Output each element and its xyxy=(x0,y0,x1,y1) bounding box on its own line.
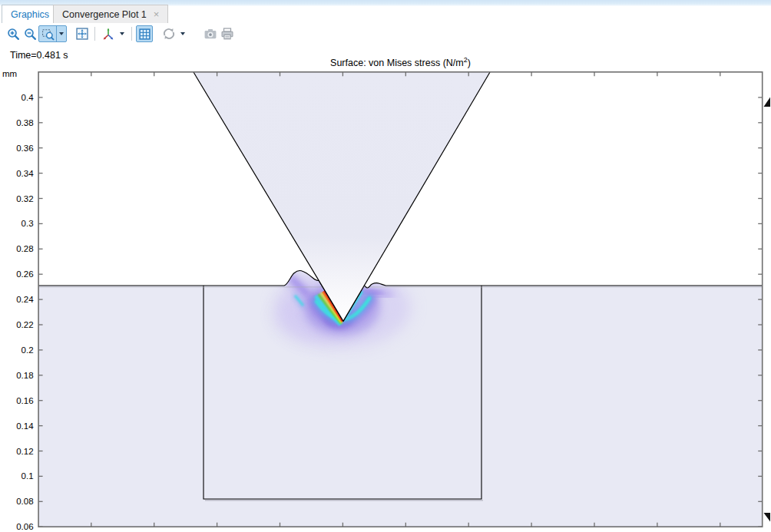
view-axes-icon xyxy=(101,27,115,41)
svg-text:0.24: 0.24 xyxy=(16,295,34,304)
svg-text:0.08: 0.08 xyxy=(16,497,33,506)
tab-convergence-plot-1-label: Convergence Plot 1 xyxy=(62,9,147,20)
zoom-extents-icon xyxy=(75,27,89,41)
svg-text:0.4: 0.4 xyxy=(22,93,35,102)
svg-text:0.1: 0.1 xyxy=(22,471,34,481)
toolbar-separator xyxy=(131,27,132,41)
colorbar-min-arrow xyxy=(764,513,771,522)
zoom-box-dropdown[interactable] xyxy=(56,26,66,41)
zoom-out-button[interactable] xyxy=(22,25,38,42)
tab-graphics[interactable]: Graphics xyxy=(2,5,58,23)
chevron-down-icon xyxy=(120,32,124,35)
zoom-in-icon xyxy=(7,28,20,41)
stress-surface-plot[interactable]: 0.40.380.360.340.320.30.280.260.240.220.… xyxy=(0,45,771,532)
zoom-box-button[interactable] xyxy=(39,26,56,41)
close-icon[interactable]: × xyxy=(154,9,160,19)
scene-refresh-button[interactable] xyxy=(160,26,177,41)
zoom-extents-button[interactable] xyxy=(74,25,91,42)
go-to-view-button[interactable] xyxy=(100,26,117,41)
svg-text:0.14: 0.14 xyxy=(16,421,34,431)
svg-text:0.34: 0.34 xyxy=(16,169,34,178)
graphics-tabbar: Graphics Convergence Plot 1 × xyxy=(0,0,771,23)
svg-text:0.12: 0.12 xyxy=(16,447,33,456)
chevron-down-icon xyxy=(180,32,185,35)
snapshot-button[interactable] xyxy=(202,25,219,42)
svg-text:0.2: 0.2 xyxy=(22,345,34,355)
go-to-view-dropdown[interactable] xyxy=(117,26,127,41)
scene-refresh-split-button[interactable] xyxy=(160,25,188,42)
graphics-toolbar xyxy=(0,23,771,45)
svg-text:0.32: 0.32 xyxy=(16,194,33,203)
svg-text:0.16: 0.16 xyxy=(16,396,33,405)
svg-text:0.22: 0.22 xyxy=(16,320,33,329)
zoom-box-icon xyxy=(41,28,55,41)
zoom-out-icon xyxy=(24,28,37,41)
camera-icon xyxy=(204,27,217,41)
toolbar-separator xyxy=(94,27,95,41)
refresh-icon xyxy=(162,27,176,41)
svg-text:0.18: 0.18 xyxy=(16,371,33,380)
chevron-down-icon xyxy=(59,32,64,35)
svg-text:0.06: 0.06 xyxy=(16,522,33,531)
colorbar-max-arrow xyxy=(764,97,771,107)
zoom-in-button[interactable] xyxy=(5,25,22,42)
grid-icon xyxy=(138,28,151,41)
svg-text:0.3: 0.3 xyxy=(22,219,34,228)
zoom-box-split-button[interactable] xyxy=(38,25,67,42)
svg-text:0.38: 0.38 xyxy=(16,118,33,127)
graphics-canvas[interactable]: Time=0.481 s Surface: von Mises stress (… xyxy=(0,45,771,532)
grid-button[interactable] xyxy=(136,25,153,42)
svg-text:0.36: 0.36 xyxy=(16,144,33,153)
y-axis-tick-labels: 0.40.380.360.340.320.30.280.260.240.220.… xyxy=(16,93,34,531)
svg-text:0.26: 0.26 xyxy=(16,269,33,279)
svg-text:0.28: 0.28 xyxy=(16,244,33,253)
scene-refresh-dropdown[interactable] xyxy=(177,26,187,41)
tab-convergence-plot-1[interactable]: Convergence Plot 1 × xyxy=(53,5,168,23)
comsol-graphics-window: Graphics Convergence Plot 1 × xyxy=(0,0,771,532)
tab-graphics-label: Graphics xyxy=(11,9,49,20)
go-to-view-split-button[interactable] xyxy=(99,25,127,42)
print-button[interactable] xyxy=(219,25,236,42)
printer-icon xyxy=(220,27,234,41)
